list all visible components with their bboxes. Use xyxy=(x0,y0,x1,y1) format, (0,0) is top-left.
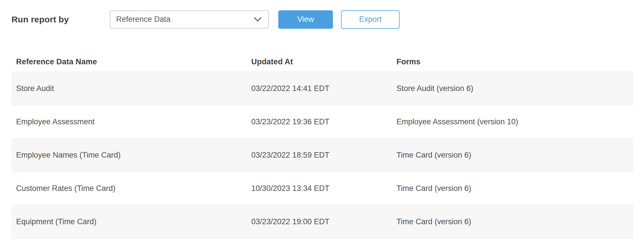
table-row: Store Audit 03/22/2022 14:41 EDT Store A… xyxy=(12,72,633,105)
column-header-updated-at: Updated At xyxy=(251,57,396,66)
cell-updated-at: 03/23/2022 19:00 EDT xyxy=(251,217,396,226)
report-type-selected-value: Reference Data xyxy=(116,15,170,24)
cell-updated-at: 03/23/2022 19:36 EDT xyxy=(251,117,396,126)
cell-reference-data-name: Equipment (Time Card) xyxy=(16,217,251,226)
export-button[interactable]: Export xyxy=(341,10,400,29)
reference-data-table: Reference Data Name Updated At Forms Sto… xyxy=(12,52,633,239)
table-row: Employee Names (Time Card) 03/23/2022 18… xyxy=(12,139,633,172)
cell-forms: Time Card (version 6) xyxy=(396,151,633,160)
cell-reference-data-name: Employee Names (Time Card) xyxy=(16,151,251,160)
cell-forms: Time Card (version 6) xyxy=(396,217,633,226)
report-type-select[interactable]: Reference Data xyxy=(110,10,269,28)
cell-reference-data-name: Store Audit xyxy=(16,84,251,93)
cell-forms: Time Card (version 6) xyxy=(396,184,633,193)
chevron-down-icon xyxy=(254,17,261,22)
cell-updated-at: 03/23/2022 18:59 EDT xyxy=(251,151,396,160)
cell-reference-data-name: Employee Assessment xyxy=(16,117,251,126)
column-header-forms: Forms xyxy=(396,57,633,66)
cell-updated-at: 03/22/2022 14:41 EDT xyxy=(251,84,396,93)
table-row: Customer Rates (Time Card) 10/30/2023 13… xyxy=(12,172,633,205)
cell-updated-at: 10/30/2023 13:34 EDT xyxy=(251,184,396,193)
table-row: Equipment (Time Card) 03/23/2022 19:00 E… xyxy=(12,205,633,239)
cell-forms: Store Audit (version 6) xyxy=(396,84,633,93)
table-body: Store Audit 03/22/2022 14:41 EDT Store A… xyxy=(12,72,633,239)
table-header-row: Reference Data Name Updated At Forms xyxy=(12,52,633,72)
cell-reference-data-name: Customer Rates (Time Card) xyxy=(16,184,251,193)
view-button[interactable]: View xyxy=(278,10,333,29)
cell-forms: Employee Assessment (version 10) xyxy=(396,117,633,126)
table-row: Employee Assessment 03/23/2022 19:36 EDT… xyxy=(12,105,633,139)
report-toolbar: Run report by Reference Data View Export xyxy=(0,0,644,29)
run-report-by-label: Run report by xyxy=(12,15,110,24)
column-header-reference-data-name: Reference Data Name xyxy=(16,57,251,66)
